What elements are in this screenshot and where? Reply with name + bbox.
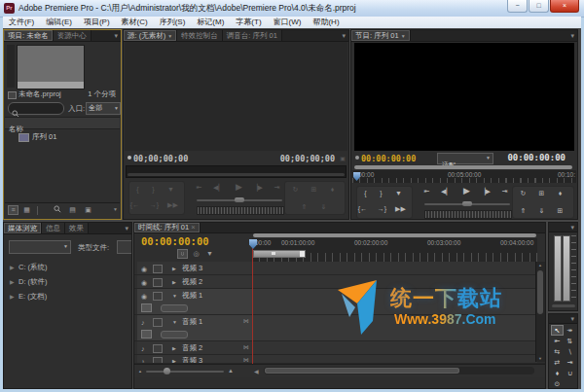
- tab-media-browser[interactable]: 媒体浏览: [4, 223, 42, 233]
- goto-next-edit-button[interactable]: ⇥: [272, 182, 282, 193]
- program-timecode-duration[interactable]: 00:00:00:00: [507, 153, 566, 162]
- encore-chapter-marker-button[interactable]: ◎: [191, 249, 201, 259]
- zoom-slider-knob[interactable]: [164, 368, 170, 374]
- shuttle-slider[interactable]: [424, 203, 510, 205]
- extract-button[interactable]: ⇓: [536, 205, 547, 216]
- close-icon[interactable]: ×: [191, 223, 195, 232]
- goto-in-button[interactable]: {←: [357, 203, 368, 214]
- timeline-zoom-scrollbar[interactable]: [253, 233, 536, 237]
- tab-effect-controls[interactable]: 特效控制台: [177, 30, 223, 41]
- goto-next-edit-button[interactable]: ⇥: [499, 186, 510, 196]
- menu-clip[interactable]: 素材(C): [116, 17, 154, 28]
- lock-toggle[interactable]: [153, 292, 163, 301]
- lift-button[interactable]: ⇑: [518, 205, 529, 216]
- loop-button[interactable]: ↻: [518, 188, 529, 198]
- program-ruler[interactable]: 00:00 00:05:00:00 00:10:: [352, 170, 576, 183]
- panel-menu-icon[interactable]: ▾: [122, 223, 131, 233]
- scroll-left-icon[interactable]: ◀: [254, 368, 259, 374]
- tab-info[interactable]: 信息: [42, 223, 65, 233]
- fit-dropdown[interactable]: 适配 ▼: [437, 153, 493, 164]
- menu-marker[interactable]: 标记(M): [191, 17, 230, 28]
- lock-toggle[interactable]: [153, 278, 163, 287]
- set-out-button[interactable]: }: [376, 188, 386, 198]
- step-forward-button[interactable]: ▕▶: [252, 182, 263, 193]
- tab-effects[interactable]: 效果: [65, 223, 89, 233]
- track-header[interactable]: ◉ ▶ 视频 2: [137, 275, 253, 288]
- search-input[interactable]: [20, 103, 63, 114]
- lock-toggle[interactable]: [153, 265, 163, 273]
- set-in-button[interactable]: {: [132, 184, 143, 195]
- step-back-button[interactable]: ◀▏: [213, 182, 224, 193]
- expand-icon[interactable]: ▶: [10, 264, 18, 270]
- tab-project[interactable]: 项目: 未命名: [4, 30, 54, 41]
- speaker-icon[interactable]: ♪: [141, 344, 145, 353]
- menu-help[interactable]: 帮助(H): [307, 17, 345, 28]
- tab-program[interactable]: 节目: 序列 01 ▼: [351, 30, 411, 41]
- expand-icon[interactable]: ▶: [172, 357, 176, 364]
- track-lane[interactable]: [252, 289, 537, 314]
- menu-window[interactable]: 窗口(W): [268, 17, 308, 28]
- eye-icon[interactable]: ◉: [141, 265, 147, 273]
- display-style-button[interactable]: [141, 330, 152, 339]
- goto-previous-edit-button[interactable]: ⇤: [194, 182, 204, 193]
- gang-icon[interactable]: ▣: [340, 155, 346, 161]
- zoom-slider[interactable]: [146, 371, 224, 373]
- name-column-header[interactable]: 名称: [5, 117, 120, 129]
- panel-menu-icon[interactable]: ▾: [567, 223, 577, 232]
- menu-edit[interactable]: 编辑(E): [40, 17, 78, 28]
- tool-slip[interactable]: ⇄: [551, 357, 564, 368]
- expand-icon[interactable]: ▶: [10, 293, 18, 300]
- list-view-button[interactable]: ≡: [8, 205, 18, 215]
- tool-ripple-edit[interactable]: ⇤: [551, 336, 564, 346]
- find-button[interactable]: [52, 205, 62, 215]
- set-marker-button[interactable]: ▼: [393, 188, 404, 198]
- goto-previous-edit-button[interactable]: ⇤: [421, 186, 432, 196]
- track-lane[interactable]: [252, 262, 537, 274]
- track-output-icon[interactable]: ⋈: [243, 356, 249, 364]
- menu-project[interactable]: 项目(P): [78, 17, 116, 28]
- expand-icon[interactable]: ▶: [172, 344, 176, 353]
- horizontal-scrollbar[interactable]: [264, 367, 534, 374]
- eye-icon[interactable]: ◉: [141, 278, 147, 287]
- work-area-bar[interactable]: [253, 250, 306, 258]
- expand-icon[interactable]: ▶: [10, 278, 18, 285]
- source-timecode-duration[interactable]: 00;00;00;00: [280, 154, 335, 163]
- display-style-button[interactable]: [141, 303, 152, 312]
- collapse-icon[interactable]: ▼: [172, 292, 177, 301]
- new-bin-button[interactable]: ▤: [67, 205, 78, 215]
- menu-sequence[interactable]: 序列(S): [154, 17, 192, 28]
- tool-hand[interactable]: ∪: [564, 368, 576, 378]
- panel-menu-icon[interactable]: ▾: [339, 30, 348, 41]
- shuttle-slider[interactable]: [197, 199, 282, 201]
- lock-toggle[interactable]: [153, 357, 163, 364]
- track-output-icon[interactable]: ⋈: [243, 317, 249, 326]
- tool-rate-stretch[interactable]: ⇆: [551, 346, 564, 357]
- lock-toggle[interactable]: [153, 318, 163, 327]
- meter-footer-slider[interactable]: [552, 304, 575, 307]
- panel-menu-icon[interactable]: ▾: [567, 30, 577, 41]
- tab-timeline[interactable]: 时间线: 序列 01 ×: [134, 223, 201, 232]
- keyframe-navigator[interactable]: [161, 331, 188, 339]
- minimize-button[interactable]: −: [507, 0, 528, 13]
- entry-dropdown[interactable]: 全部 ▼: [86, 102, 121, 115]
- track-header[interactable]: ♪ ▶ 音频 3 ⋈: [137, 355, 253, 363]
- maximize-button[interactable]: □: [529, 0, 549, 13]
- search-box[interactable]: [8, 102, 64, 115]
- panel-menu-icon[interactable]: ▾: [567, 314, 577, 323]
- keyframe-navigator[interactable]: [161, 304, 188, 312]
- menu-title[interactable]: 字幕(T): [230, 17, 267, 28]
- tab-audio-mixer[interactable]: 调音台: 序列 01: [223, 30, 282, 41]
- track-lane[interactable]: [252, 341, 537, 354]
- step-forward-button[interactable]: ▕▶: [480, 186, 491, 196]
- horizontal-scrollbar-thumb[interactable]: [265, 368, 459, 374]
- source-timecode-current[interactable]: 00;00;00;00: [133, 154, 188, 163]
- track-header[interactable]: ◉ ▼ 视频 1: [137, 289, 253, 314]
- new-item-button[interactable]: ▣: [83, 205, 93, 215]
- speaker-icon[interactable]: ♪: [141, 318, 145, 327]
- goto-out-button[interactable]: →}: [377, 203, 387, 214]
- tool-track-select[interactable]: ↠: [564, 325, 576, 336]
- output-button[interactable]: ♦: [327, 184, 338, 195]
- set-marker-button[interactable]: ▼: [204, 249, 215, 259]
- goto-in-button[interactable]: {←: [129, 199, 140, 210]
- track-header[interactable]: ♪ ▶ 音频 2 ⋈: [137, 341, 253, 354]
